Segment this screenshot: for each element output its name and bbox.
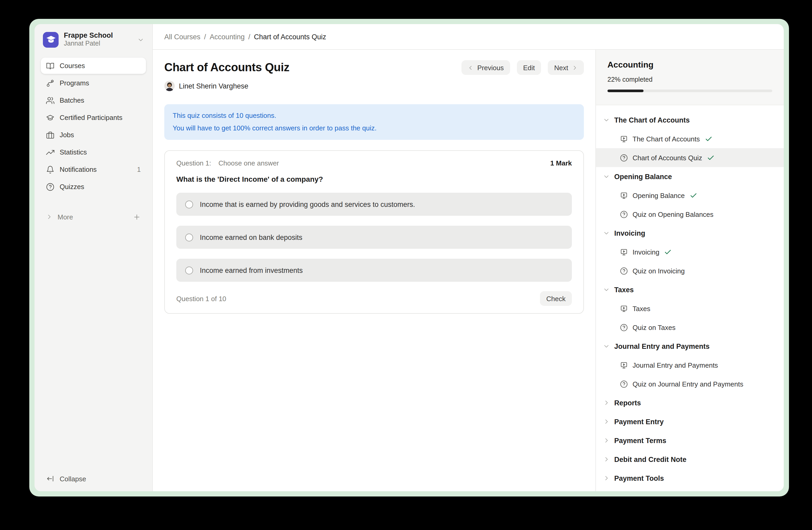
chevron-left-icon [468, 65, 474, 70]
check-button[interactable]: Check [540, 291, 572, 306]
outline-section-reports[interactable]: Reports [596, 393, 784, 412]
outline-section-debit-credit-note[interactable]: Debit and Credit Note [596, 450, 784, 469]
quiz-icon [620, 380, 628, 388]
sidebar-more[interactable]: More [41, 209, 146, 225]
check-icon [690, 192, 697, 199]
next-label: Next [554, 64, 568, 71]
outline-quiz[interactable]: Quiz on Taxes [596, 318, 784, 337]
answer-option-label: Income earned on bank deposits [200, 233, 302, 241]
question-card: Question 1: Choose one answer 1 Mark Wha… [164, 150, 584, 314]
edit-label: Edit [523, 64, 535, 71]
app-window: Frappe School Jannat Patel Courses Progr… [34, 24, 784, 491]
sidebar-item-notifications[interactable]: Notifications 1 [41, 161, 146, 178]
outline-lesson[interactable]: Opening Balance [596, 186, 784, 205]
quiz-notice: This quiz consists of 10 questions. You … [164, 104, 584, 140]
outline-section-invoicing[interactable]: Invoicing [596, 224, 784, 242]
radio-button[interactable] [185, 200, 193, 208]
outline-quiz[interactable]: Quiz on Invoicing [596, 261, 784, 280]
outline-section-label: Payment Terms [614, 436, 666, 444]
outline-lesson[interactable]: The Chart of Accounts [596, 129, 784, 148]
graduation-cap-icon [46, 113, 54, 122]
breadcrumb-accounting[interactable]: Accounting [210, 33, 245, 41]
chevron-right-icon [572, 65, 578, 70]
sidebar-item-label: Notifications [60, 166, 97, 173]
sidebar-item-quizzes[interactable]: Quizzes [41, 179, 146, 195]
lesson-icon [620, 192, 628, 199]
answer-option[interactable]: Income earned from investments [176, 259, 572, 282]
lesson-icon [620, 361, 628, 369]
outline-section-opening-balance[interactable]: Opening Balance [596, 167, 784, 186]
sidebar-item-label: Statistics [60, 148, 87, 156]
outline-lesson[interactable]: Taxes [596, 299, 784, 318]
sidebar-item-label: Quizzes [60, 183, 84, 191]
brand-text: Frappe School Jannat Patel [64, 31, 113, 48]
sidebar-item-statistics[interactable]: Statistics [41, 144, 146, 160]
sidebar-item-jobs[interactable]: Jobs [41, 127, 146, 143]
progress-fill [607, 89, 644, 92]
outline-lesson[interactable]: Journal Entry and Payments [596, 355, 784, 375]
course-title: Accounting [607, 60, 772, 70]
outline-quiz-active[interactable]: Chart of Accounts Quiz [596, 148, 784, 167]
previous-label: Previous [477, 64, 504, 71]
quiz-panel: Chart of Accounts Quiz Previous Edit [153, 50, 595, 491]
answer-option[interactable]: Income earned on bank deposits [176, 226, 572, 249]
chevron-right-icon [603, 456, 610, 462]
outline-section-chart-of-accounts[interactable]: The Chart of Accounts [596, 111, 784, 129]
radio-button[interactable] [185, 266, 193, 274]
collapse-label: Collapse [60, 475, 86, 483]
chevron-right-icon [603, 418, 610, 425]
question-text: What is the 'Direct Income' of a company… [176, 175, 572, 183]
previous-button[interactable]: Previous [462, 60, 510, 75]
brand-name: Frappe School [64, 31, 113, 40]
course-outline-panel: Accounting 22% completed The Chart of Ac… [595, 50, 784, 491]
answer-option-label: Income earned from investments [200, 266, 303, 274]
breadcrumb-current: Chart of Accounts Quiz [254, 33, 326, 41]
breadcrumb-all-courses[interactable]: All Courses [164, 33, 200, 41]
body-row: Chart of Accounts Quiz Previous Edit [153, 50, 784, 491]
next-button[interactable]: Next [548, 60, 584, 75]
progress-bar [607, 89, 772, 92]
answer-options: Income that is earned by providing goods… [176, 193, 572, 282]
brand-user: Jannat Patel [64, 40, 113, 48]
sidebar-item-label: Jobs [60, 131, 74, 139]
quiz-icon [620, 323, 628, 331]
answer-option[interactable]: Income that is earned by providing goods… [176, 193, 572, 216]
outline-item-label: Journal Entry and Payments [633, 361, 718, 369]
outline-section-label: Invoicing [614, 229, 646, 237]
instructor-row: Linet Sherin Varghese [164, 81, 584, 91]
outline-section-label: Opening Balance [614, 172, 672, 180]
outline-quiz[interactable]: Quiz on Opening Balances [596, 205, 784, 224]
sidebar-item-batches[interactable]: Batches [41, 92, 146, 108]
outline-item-label: Quiz on Invoicing [633, 267, 685, 275]
outline-item-label: Invoicing [633, 248, 659, 256]
outline-item-label: The Chart of Accounts [633, 135, 700, 143]
outline-section-taxes[interactable]: Taxes [596, 280, 784, 299]
outline-quiz[interactable]: Quiz on Journal Entry and Payments [596, 375, 784, 393]
outline-item-label: Quiz on Journal Entry and Payments [633, 380, 743, 388]
outline-section-label: Taxes [614, 286, 634, 294]
check-icon [664, 248, 672, 256]
notification-count: 1 [137, 166, 141, 173]
plus-icon[interactable] [133, 213, 141, 221]
sidebar-item-courses[interactable]: Courses [41, 58, 146, 74]
check-label: Check [546, 295, 566, 303]
sidebar-collapse-button[interactable]: Collapse [41, 473, 146, 483]
edit-button[interactable]: Edit [517, 60, 541, 75]
outline-section-journal-entry[interactable]: Journal Entry and Payments [596, 337, 784, 355]
quiz-icon [620, 154, 628, 162]
outline-item-label: Chart of Accounts Quiz [633, 154, 702, 162]
chevron-down-icon [603, 173, 610, 180]
toolbar: Previous Edit Next [462, 60, 584, 75]
outline-section-payment-entry[interactable]: Payment Entry [596, 412, 784, 431]
users-icon [46, 96, 54, 104]
workspace-switcher[interactable]: Frappe School Jannat Patel [41, 31, 146, 48]
outline-section-label: Payment Tools [614, 474, 664, 482]
outline-section-label: Reports [614, 399, 641, 407]
radio-button[interactable] [185, 233, 193, 241]
outline-lesson[interactable]: Invoicing [596, 242, 784, 261]
sidebar-item-certified-participants[interactable]: Certified Participants [41, 110, 146, 126]
outline-section-payment-terms[interactable]: Payment Terms [596, 431, 784, 450]
answer-option-label: Income that is earned by providing goods… [200, 200, 415, 208]
outline-section-payment-tools[interactable]: Payment Tools [596, 469, 784, 488]
sidebar-item-programs[interactable]: Programs [41, 75, 146, 91]
